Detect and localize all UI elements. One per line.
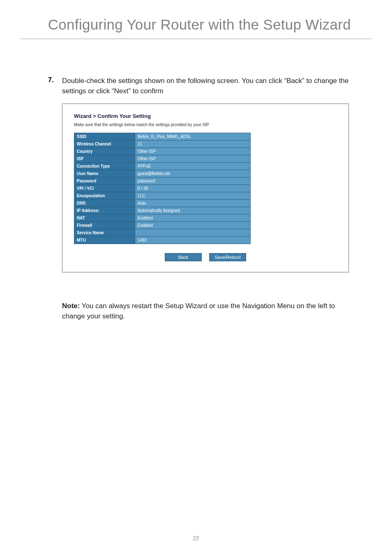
page-header: Configuring Your Router with the Setup W… xyxy=(21,0,371,39)
setting-value: Automatically Assigned xyxy=(135,207,251,214)
setting-value: Belkin_G_Plus_MIMO_ADSL xyxy=(135,133,251,141)
table-row: EncapsulationLLC xyxy=(74,192,251,200)
setting-value: 1492 xyxy=(135,237,251,244)
setting-label: MTU xyxy=(74,237,135,244)
note-block: Note: You can always restart the Setup W… xyxy=(62,301,349,321)
back-button[interactable]: Back xyxy=(165,253,202,261)
setting-label: IP Address: xyxy=(74,207,135,214)
setting-value: Other ISP xyxy=(135,155,251,163)
wizard-subtitle: Make sure that the settings below match … xyxy=(74,122,337,127)
table-row: Connection TypePPPoE xyxy=(74,163,251,170)
note-label: Note: xyxy=(62,302,80,310)
page-number: 22 xyxy=(0,535,392,542)
table-row: SSIDBelkin_G_Plus_MIMO_ADSL xyxy=(74,133,251,141)
setting-label: VPI / VCI xyxy=(74,185,135,192)
table-row: FirewallEnabled xyxy=(74,222,251,229)
setting-label: User Name xyxy=(74,170,135,177)
setting-value: guest@Belkin.net xyxy=(135,170,251,177)
setting-label: Password xyxy=(74,177,135,185)
setting-value: 11 xyxy=(135,141,251,148)
setting-value: 0 / 38 xyxy=(135,185,251,192)
table-row: User Nameguest@Belkin.net xyxy=(74,170,251,177)
wizard-breadcrumb-title: Wizard > Confirm Your Setting xyxy=(74,113,337,119)
table-row: CountryOther ISP xyxy=(74,148,251,155)
table-row: ISPOther ISP xyxy=(74,155,251,163)
table-row: MTU1492 xyxy=(74,237,251,244)
setting-label: Connection Type xyxy=(74,163,135,170)
setting-value: Auto xyxy=(135,200,251,207)
step-number: 7. xyxy=(43,76,54,96)
table-row: VPI / VCI0 / 38 xyxy=(74,185,251,192)
setting-value: Enabled xyxy=(135,214,251,222)
setting-value: PPPoE xyxy=(135,163,251,170)
setting-value: Enabled xyxy=(135,222,251,229)
setting-label: Wireless Channel xyxy=(74,141,135,148)
table-row: Passwordpassword xyxy=(74,177,251,185)
setting-label: Firewall xyxy=(74,222,135,229)
setting-label: Encapsulation xyxy=(74,192,135,200)
setting-value: Other ISP xyxy=(135,148,251,155)
table-row: NATEnabled xyxy=(74,214,251,222)
save-reboot-button[interactable]: Save/Reboot xyxy=(209,253,246,261)
setting-label: ISP xyxy=(74,155,135,163)
setting-label: NAT xyxy=(74,214,135,222)
step-text: Double-check the settings shown on the f… xyxy=(62,76,349,96)
page-title: Configuring Your Router with the Setup W… xyxy=(41,16,351,33)
wizard-button-row: Back Save/Reboot xyxy=(74,253,337,261)
settings-table: SSIDBelkin_G_Plus_MIMO_ADSLWireless Chan… xyxy=(74,133,251,244)
table-row: Wireless Channel11 xyxy=(74,141,251,148)
setting-value xyxy=(135,229,251,237)
setting-value: password xyxy=(135,177,251,185)
setting-label: DNS xyxy=(74,200,135,207)
table-row: IP Address:Automatically Assigned xyxy=(74,207,251,214)
setting-label: Service Name xyxy=(74,229,135,237)
setting-value: LLC xyxy=(135,192,251,200)
note-text: You can always restart the Setup Wizard … xyxy=(62,302,335,320)
content-area: 7. Double-check the settings shown on th… xyxy=(43,76,349,322)
setting-label: SSID xyxy=(74,133,135,141)
step-row: 7. Double-check the settings shown on th… xyxy=(43,76,349,96)
wizard-screenshot: Wizard > Confirm Your Setting Make sure … xyxy=(62,104,349,272)
table-row: Service Name xyxy=(74,229,251,237)
setting-label: Country xyxy=(74,148,135,155)
table-row: DNSAuto xyxy=(74,200,251,207)
